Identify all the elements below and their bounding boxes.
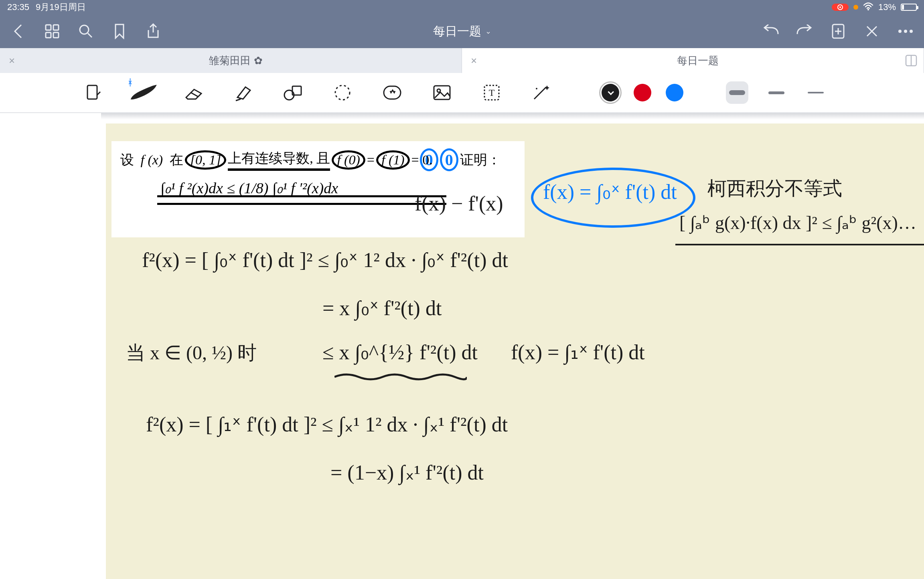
svg-rect-3	[46, 32, 51, 38]
svg-rect-4	[53, 32, 59, 38]
handwriting-line4: f²(x) = [ ∫₁ˣ f'(t) dt ]² ≤ ∫ₓ¹ 1² dx · …	[146, 412, 508, 436]
tab-active-title: 每日一题	[481, 54, 915, 68]
app-top-nav: 每日一题 ⌄	[0, 14, 924, 48]
mic-in-use-icon	[853, 5, 858, 10]
handwriting-condition: 当 x ∈ (0, ½) 时	[126, 340, 257, 366]
magic-tool[interactable]	[528, 79, 555, 106]
note-canvas[interactable]: 设 f (x) 在 [0, 1] 上有连续导数, 且 f (0) = f (1)…	[0, 113, 924, 579]
handwriting-line2: = x ∫₀ˣ f'²(t) dt	[322, 296, 442, 320]
pen-tool[interactable]: ᚼ	[130, 79, 157, 106]
problem-eq1: =	[367, 152, 375, 168]
text-tool[interactable]: T	[478, 79, 505, 106]
blue-zero-b: 0	[440, 148, 458, 171]
wifi-icon	[863, 2, 873, 12]
problem-on: 在	[170, 151, 183, 169]
highlighter-tool[interactable]	[229, 79, 257, 106]
handwriting-line1: f²(x) = [ ∫₀ˣ f'(t) dt ]² ≤ ∫₀ˣ 1² dx · …	[142, 248, 508, 272]
battery-icon	[901, 4, 917, 11]
svg-point-0	[867, 9, 869, 10]
svg-point-9	[910, 30, 913, 33]
handwriting-blue-ftc: f(x) = ∫₀ˣ f'(t) dt	[543, 180, 677, 204]
tab-close-button[interactable]: ×	[9, 55, 15, 67]
grid-view-button[interactable]	[43, 22, 61, 40]
shapes-tool[interactable]	[279, 79, 306, 106]
problem-eq0: = 0.	[411, 152, 433, 168]
handwriting-cauchy-formula: [ ∫ₐᵇ g(x)·f(x) dx ]² ≤ ∫ₐᵇ g²(x)…	[679, 212, 916, 233]
handwriting-line3: ≤ x ∫₀^{½} f'²(t) dt	[322, 340, 478, 364]
page-settings-tool[interactable]	[80, 79, 107, 106]
document-title-dropdown[interactable]: 每日一题 ⌄	[162, 23, 762, 40]
problem-f0-circled: f (0)	[332, 150, 365, 170]
tab-inactive-title: 雏菊田田 ✿	[19, 54, 453, 68]
screen-recording-indicator[interactable]	[832, 4, 849, 11]
document-tab-strip: × 雏菊田田 ✿ × 每日一题	[0, 48, 924, 73]
problem-middle: 上有连续导数, 且	[228, 149, 330, 171]
problem-f0: f (0)	[337, 152, 360, 167]
share-button[interactable]	[144, 22, 162, 40]
bluetooth-icon: ᚼ	[128, 77, 133, 88]
svg-rect-1	[46, 25, 51, 30]
problem-prefix: 设	[120, 151, 134, 169]
drawing-toolbar: ᚼ T	[0, 73, 924, 113]
sticker-tool[interactable]	[379, 79, 406, 106]
handwriting-cauchy-label: 柯西积分不等式	[707, 176, 842, 201]
more-button[interactable]	[897, 22, 914, 40]
note-page[interactable]: 设 f (x) 在 [0, 1] 上有连续导数, 且 f (0) = f (1)…	[106, 123, 924, 579]
problem-f1-circled: f (1)	[376, 150, 410, 170]
status-date: 9月19日周日	[36, 1, 86, 13]
svg-point-5	[80, 25, 89, 34]
color-palette	[602, 84, 683, 101]
handwriting-fminusfprime: f(x) − f'(x)	[415, 192, 503, 215]
svg-rect-16	[384, 86, 401, 99]
stroke-width-picker	[726, 81, 827, 104]
tab-active[interactable]: × 每日一题	[462, 48, 924, 73]
handwriting-line5: = (1−x) ∫ₓ¹ f'²(t) dt	[330, 460, 484, 484]
document-title: 每日一题	[433, 23, 481, 40]
handwriting-side: f(x) = ∫₁ˣ f'(t) dt	[511, 340, 645, 364]
bookmark-button[interactable]	[111, 22, 128, 40]
problem-statement: 设 f (x) 在 [0, 1] 上有连续导数, 且 f (0) = f (1)…	[111, 141, 525, 237]
close-edit-button[interactable]	[863, 22, 881, 40]
svg-rect-12	[87, 85, 97, 99]
eraser-tool[interactable]	[180, 79, 207, 106]
problem-interval: [0, 1]	[190, 152, 221, 167]
svg-point-7	[898, 30, 902, 33]
svg-point-18	[437, 89, 440, 92]
page-shadow	[101, 113, 924, 119]
image-tool[interactable]	[428, 79, 456, 106]
stroke-large[interactable]	[726, 81, 748, 104]
color-blue[interactable]	[666, 84, 683, 101]
add-page-button[interactable]	[829, 22, 847, 40]
ipad-status-bar: 23:35 9月19日周日 13%	[0, 0, 924, 14]
stroke-small[interactable]	[804, 81, 827, 104]
split-view-icon[interactable]	[905, 55, 917, 67]
svg-rect-2	[53, 25, 59, 30]
color-red[interactable]	[634, 84, 651, 101]
tab-close-button[interactable]: ×	[471, 55, 477, 67]
handwriting-underline	[675, 244, 924, 245]
back-button[interactable]	[10, 22, 27, 40]
lasso-tool[interactable]	[329, 79, 356, 106]
color-black[interactable]	[602, 84, 619, 101]
problem-interval-circled: [0, 1]	[185, 150, 226, 170]
battery-percent: 13%	[878, 2, 896, 12]
tab-inactive[interactable]: × 雏菊田田 ✿	[0, 48, 462, 73]
record-icon	[837, 4, 843, 10]
undo-button[interactable]	[762, 22, 780, 40]
wavy-underline	[334, 372, 467, 378]
problem-prove: 证明：	[460, 151, 501, 169]
redo-button[interactable]	[796, 22, 813, 40]
svg-point-15	[335, 85, 350, 100]
problem-func: f (x)	[141, 152, 163, 168]
status-time: 23:35	[7, 2, 29, 12]
problem-integral: ∫₀¹ f ²(x)dx ≤ (1/8) ∫₀¹ f ′²(x)dx	[160, 179, 338, 197]
svg-text:T: T	[489, 87, 495, 98]
stroke-medium[interactable]	[765, 81, 788, 104]
problem-f1: f (1)	[381, 152, 405, 167]
svg-point-8	[904, 30, 907, 33]
search-button[interactable]	[77, 22, 95, 40]
chevron-down-icon: ⌄	[485, 27, 491, 36]
svg-point-21	[536, 88, 537, 89]
